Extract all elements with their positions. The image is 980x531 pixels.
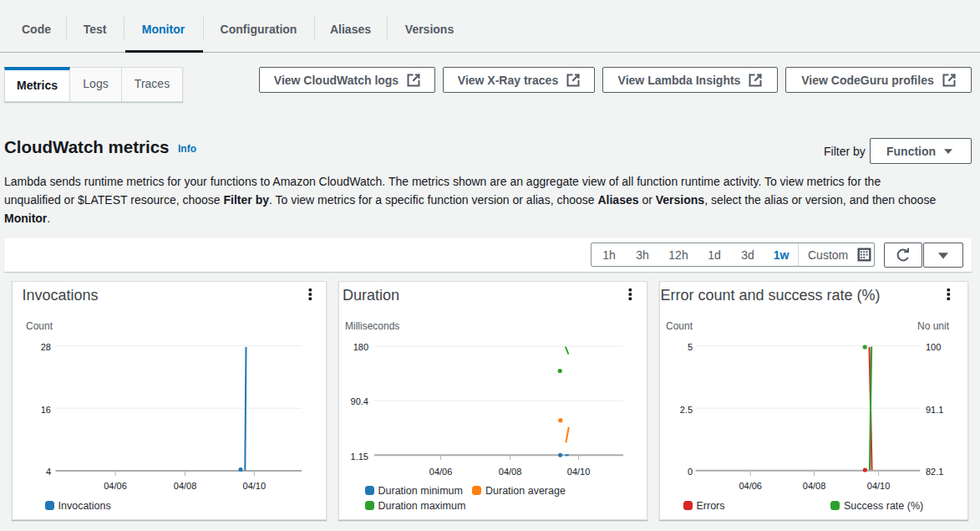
- svg-text:No unit: No unit: [917, 320, 950, 332]
- svg-text:Milliseconds: Milliseconds: [345, 320, 399, 332]
- svg-text:180: 180: [353, 342, 368, 352]
- svg-text:1.15: 1.15: [351, 452, 368, 462]
- svg-text:04/06: 04/06: [739, 481, 762, 491]
- svg-text:91.1: 91.1: [926, 405, 943, 415]
- svg-text:04/10: 04/10: [243, 481, 267, 491]
- svg-text:82.1: 82.1: [926, 467, 943, 477]
- svg-text:5: 5: [688, 342, 693, 352]
- svg-text:04/10: 04/10: [867, 481, 891, 491]
- svg-text:Count: Count: [26, 320, 53, 332]
- svg-text:04/10: 04/10: [567, 467, 591, 477]
- svg-text:100: 100: [926, 342, 941, 352]
- svg-text:2.5: 2.5: [680, 405, 693, 415]
- svg-text:Count: Count: [666, 320, 693, 332]
- svg-text:04/08: 04/08: [174, 481, 197, 491]
- svg-text:04/08: 04/08: [499, 467, 522, 477]
- svg-text:04/08: 04/08: [803, 481, 826, 491]
- svg-text:28: 28: [41, 342, 51, 352]
- svg-text:4: 4: [46, 467, 51, 477]
- svg-text:04/06: 04/06: [429, 467, 453, 477]
- svg-text:16: 16: [41, 405, 51, 415]
- svg-text:90.4: 90.4: [351, 396, 368, 406]
- svg-text:04/06: 04/06: [104, 481, 127, 491]
- svg-text:0: 0: [688, 467, 693, 477]
